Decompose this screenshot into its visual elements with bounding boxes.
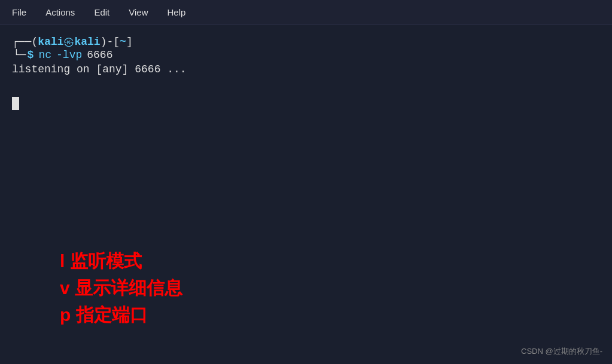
command-flags: -lvp	[56, 49, 82, 61]
menu-item-help[interactable]: Help	[165, 6, 188, 19]
annotation-line-1: l 监听模式	[60, 247, 182, 274]
terminal-output: listening on [any] 6666 ...	[12, 63, 600, 75]
prompt-bracket-close: ]	[126, 36, 133, 48]
prompt-line1: ┌── ( kali ㉿ kali )-[ ~ ]	[12, 35, 600, 49]
corner-bracket: ┌──	[12, 36, 31, 47]
prompt-at: ㉿	[63, 35, 74, 49]
command-nc: nc	[38, 49, 51, 61]
terminal-cursor	[12, 85, 600, 113]
menu-item-actions[interactable]: Actions	[43, 6, 77, 19]
menu-item-view[interactable]: View	[126, 6, 150, 19]
prompt-wrapper: ┌── ( kali ㉿ kali )-[ ~ ] └─ $ nc -lvp 6…	[12, 35, 600, 61]
prompt-host: kali	[74, 36, 100, 48]
watermark: CSDN @过期的秋刀鱼-	[521, 346, 602, 357]
prompt-paren-close: )-[	[101, 36, 120, 48]
prompt-dir: ~	[120, 36, 126, 48]
command-port: 6666	[87, 49, 112, 61]
prompt-vert: └─	[13, 49, 26, 61]
annotation-section: l 监听模式 v 显示详细信息 p 指定端口	[60, 247, 182, 328]
annotation-line-3: p 指定端口	[60, 301, 182, 328]
prompt-paren-open: (	[31, 36, 38, 48]
output-text: listening on [any] 6666 ...	[12, 63, 187, 75]
cursor-block	[12, 97, 19, 110]
prompt-user: kali	[38, 36, 63, 48]
menu-bar: File Actions Edit View Help	[0, 0, 612, 25]
menu-item-edit[interactable]: Edit	[92, 6, 112, 19]
prompt-line2: └─ $ nc -lvp 6666	[13, 49, 600, 61]
prompt-dollar: $	[28, 49, 34, 61]
menu-item-file[interactable]: File	[10, 6, 29, 19]
annotation-line-2: v 显示详细信息	[60, 274, 182, 301]
terminal-window: File Actions Edit View Help ┌── ( kali ㉿…	[0, 0, 612, 364]
terminal-body: ┌── ( kali ㉿ kali )-[ ~ ] └─ $ nc -lvp 6…	[0, 25, 612, 364]
